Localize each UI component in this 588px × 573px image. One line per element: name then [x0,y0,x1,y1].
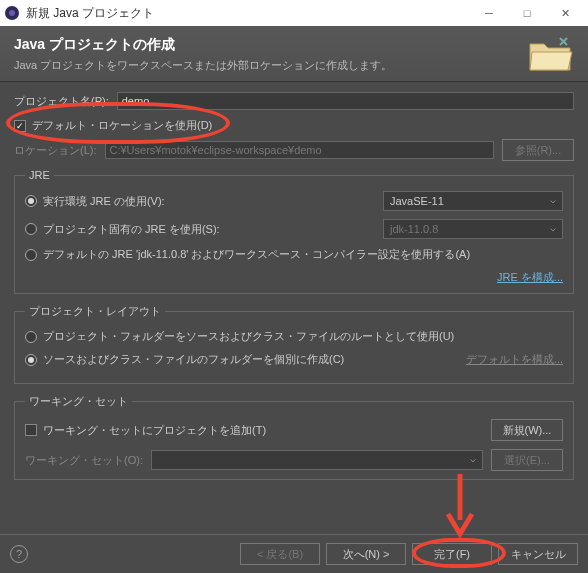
workingset-group: ワーキング・セット ✓ ワーキング・セットにプロジェクトを追加(T) 新規(W)… [14,394,574,480]
back-button: < 戻る(B) [240,543,320,565]
radio-icon [25,249,37,261]
jre-default-label: デフォルトの JRE 'jdk-11.0.8' およびワークスペース・コンパイラ… [43,247,470,262]
project-name-row: プロジェクト名(P): [14,92,574,110]
layout-separate-label: ソースおよびクラス・ファイルのフォルダーを個別に作成(C) [43,352,344,367]
workingset-select-button: 選択(E)... [491,449,563,471]
app-icon [4,5,20,21]
maximize-button[interactable]: □ [508,0,546,26]
next-button[interactable]: 次へ(N) > [326,543,406,565]
checkbox-icon: ✓ [14,120,26,132]
page-description: Java プロジェクトをワークスペースまたは外部ロケーションに作成します。 [14,58,574,73]
layout-configure-link[interactable]: デフォルトを構成... [466,352,563,367]
jre-configure-link[interactable]: JRE を構成... [497,271,563,283]
radio-icon [25,331,37,343]
jre-project-label: プロジェクト固有の JRE を使用(S): [43,222,220,237]
window-title: 新規 Java プロジェクト [26,5,470,22]
layout-separate-radio[interactable]: ソースおよびクラス・ファイルのフォルダーを個別に作成(C) [25,352,466,367]
browse-button: 参照(R)... [502,139,574,161]
close-button[interactable]: ✕ [546,0,584,26]
location-row: ロケーション(L): 参照(R)... [14,139,574,161]
checkbox-icon: ✓ [25,424,37,436]
workingset-add-label: ワーキング・セットにプロジェクトを追加(T) [43,423,266,438]
jre-project-radio[interactable]: プロジェクト固有の JRE を使用(S): [25,222,383,237]
page-title: Java プロジェクトの作成 [14,36,574,54]
jre-env-radio[interactable]: 実行環境 JRE の使用(V): [25,194,383,209]
jre-group: JRE 実行環境 JRE の使用(V): JavaSE-11 プロジェクト固有の… [14,169,574,294]
workingset-list-label: ワーキング・セット(O): [25,453,143,468]
wizard-footer: ? < 戻る(B) 次へ(N) > 完了(F) キャンセル [0,534,588,573]
folder-icon [526,34,574,76]
layout-group: プロジェクト・レイアウト プロジェクト・フォルダーをソースおよびクラス・ファイル… [14,304,574,384]
minimize-button[interactable]: ─ [470,0,508,26]
project-name-input[interactable] [117,92,574,110]
titlebar: 新規 Java プロジェクト ─ □ ✕ [0,0,588,26]
wizard-content: プロジェクト名(P): ✓ デフォルト・ロケーションを使用(D) ロケーション(… [0,82,588,500]
layout-root-label: プロジェクト・フォルダーをソースおよびクラス・ファイルのルートとして使用(U) [43,329,454,344]
help-button[interactable]: ? [10,545,28,563]
use-default-location-label: デフォルト・ロケーションを使用(D) [32,118,212,133]
layout-root-radio[interactable]: プロジェクト・フォルダーをソースおよびクラス・ファイルのルートとして使用(U) [25,329,563,344]
workingset-legend: ワーキング・セット [25,394,132,409]
workingset-add-checkbox[interactable]: ✓ ワーキング・セットにプロジェクトを追加(T) [25,423,491,438]
jre-default-radio[interactable]: デフォルトの JRE 'jdk-11.0.8' およびワークスペース・コンパイラ… [25,247,563,262]
workingset-select [151,450,483,470]
workingset-new-button[interactable]: 新規(W)... [491,419,563,441]
jre-project-select: jdk-11.0.8 [383,219,563,239]
jre-legend: JRE [25,169,54,181]
location-label: ロケーション(L): [14,143,97,158]
wizard-header: Java プロジェクトの作成 Java プロジェクトをワークスペースまたは外部ロ… [0,26,588,82]
jre-env-select[interactable]: JavaSE-11 [383,191,563,211]
project-name-label: プロジェクト名(P): [14,94,109,109]
svg-point-1 [9,10,15,16]
radio-icon [25,223,37,235]
location-input [105,141,495,159]
radio-icon [25,195,37,207]
layout-legend: プロジェクト・レイアウト [25,304,165,319]
cancel-button[interactable]: キャンセル [498,543,578,565]
use-default-location-checkbox[interactable]: ✓ デフォルト・ロケーションを使用(D) [14,118,574,133]
radio-icon [25,354,37,366]
finish-button[interactable]: 完了(F) [412,543,492,565]
jre-env-label: 実行環境 JRE の使用(V): [43,194,165,209]
